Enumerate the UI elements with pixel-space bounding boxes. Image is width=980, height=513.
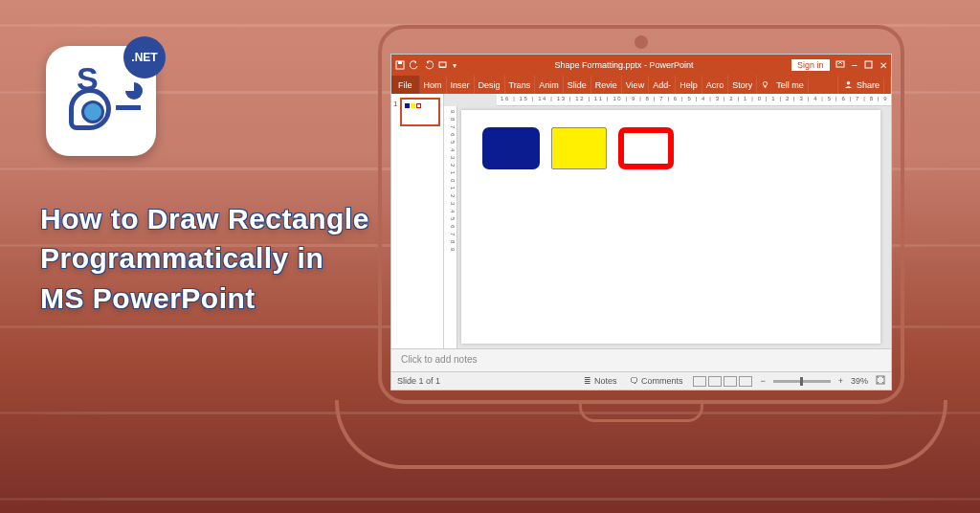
zoom-level[interactable]: 39% xyxy=(851,376,868,386)
webcam-icon xyxy=(635,35,648,49)
svg-rect-2 xyxy=(439,62,446,67)
normal-view-icon[interactable] xyxy=(693,376,706,387)
horizontal-ruler: 16 | 15 | 14 | 13 | 12 | 11 | 10 | 9 | 8… xyxy=(497,94,891,106)
rectangle-shape-blue[interactable] xyxy=(482,127,540,169)
start-from-beginning-icon[interactable] xyxy=(438,60,448,70)
product-logo: .NET S xyxy=(46,46,156,156)
article-title: How to Draw Rectangle Programmatically i… xyxy=(40,199,369,318)
slide-counter: Slide 1 of 1 xyxy=(397,376,440,386)
qat-more-icon[interactable]: ▾ xyxy=(453,61,457,70)
notes-toggle-button[interactable]: ≣ Notes xyxy=(581,375,619,387)
file-tab[interactable]: File xyxy=(391,76,420,94)
quick-access-toolbar: ▾ xyxy=(395,60,457,70)
minimize-icon[interactable]: − xyxy=(852,59,858,71)
work-area: 1 16 | 15 | 14 | 13 | 12 | 11 | 10 | 9 |… xyxy=(391,94,891,348)
rectangle-shape-yellow[interactable] xyxy=(551,127,607,169)
svg-point-6 xyxy=(764,81,768,85)
tab-review[interactable]: Revie xyxy=(591,76,622,94)
thumbnail-number: 1 xyxy=(393,100,397,108)
slide-canvas[interactable] xyxy=(461,110,880,344)
share-button[interactable]: Share xyxy=(838,76,891,94)
thumbnail-preview xyxy=(405,103,421,108)
tab-slideshow[interactable]: Slide xyxy=(564,76,591,94)
tab-help[interactable]: Help xyxy=(676,76,702,94)
comments-button[interactable]: 🗨 Comments xyxy=(627,375,685,387)
status-bar: Slide 1 of 1 ≣ Notes 🗨 Comments − + 39% xyxy=(391,371,891,390)
rectangle-shape-red-outline[interactable] xyxy=(618,127,674,169)
fit-to-window-icon[interactable] xyxy=(876,375,885,387)
tab-acrobat[interactable]: Acro xyxy=(702,76,729,94)
zoom-in-button[interactable]: + xyxy=(838,376,843,386)
tab-insert[interactable]: Inser xyxy=(447,76,475,94)
tab-view[interactable]: View xyxy=(622,76,649,94)
person-icon xyxy=(844,80,853,89)
laptop-trackpad-notch xyxy=(579,403,703,422)
ribbon-display-icon[interactable] xyxy=(835,59,845,71)
vertical-ruler: 9 8 7 6 5 4 3 2 1 0 1 2 3 4 5 6 7 8 9 xyxy=(444,106,457,348)
svg-point-8 xyxy=(847,81,851,85)
svg-rect-7 xyxy=(765,86,767,88)
tab-storyboard[interactable]: Story xyxy=(728,76,757,94)
notes-label: Notes xyxy=(594,376,617,386)
lightbulb-icon xyxy=(761,80,769,89)
view-buttons xyxy=(693,376,752,387)
reading-view-icon[interactable] xyxy=(724,376,737,387)
slide-thumbnail-panel: 1 xyxy=(391,94,444,348)
slide-canvas-zone: 16 | 15 | 14 | 13 | 12 | 11 | 10 | 9 | 8… xyxy=(444,94,891,348)
bg-wave xyxy=(0,498,980,501)
notes-pane[interactable]: Click to add notes xyxy=(391,348,891,371)
ribbon-tabs: File Hom Inser Desig Trans Anim Slide Re… xyxy=(391,76,891,94)
tell-me-label: Tell me xyxy=(772,78,809,93)
zoom-slider[interactable] xyxy=(773,380,831,383)
sign-in-button[interactable]: Sign in xyxy=(791,59,830,71)
slide-thumbnail[interactable]: 1 xyxy=(400,98,440,126)
tab-animations[interactable]: Anim xyxy=(535,76,564,94)
tell-me-search[interactable]: Tell me xyxy=(757,76,838,94)
zoom-out-button[interactable]: − xyxy=(760,376,765,386)
tab-design[interactable]: Desig xyxy=(475,76,505,94)
slideshow-view-icon[interactable] xyxy=(739,376,752,387)
svg-rect-1 xyxy=(398,61,402,64)
redo-icon[interactable] xyxy=(424,60,434,70)
tab-home[interactable]: Hom xyxy=(420,76,447,94)
sorter-view-icon[interactable] xyxy=(708,376,722,387)
document-title: Shape Formatting.pptx - PowerPoint xyxy=(462,60,786,70)
laptop-illustration: ▾ Shape Formatting.pptx - PowerPoint Sig… xyxy=(335,25,947,494)
maximize-icon[interactable] xyxy=(864,60,873,71)
close-icon[interactable]: ✕ xyxy=(880,60,887,71)
tab-transitions[interactable]: Trans xyxy=(505,76,536,94)
comments-label: Comments xyxy=(641,376,683,386)
title-bar: ▾ Shape Formatting.pptx - PowerPoint Sig… xyxy=(391,55,891,76)
undo-icon[interactable] xyxy=(410,60,419,70)
save-icon[interactable] xyxy=(395,60,405,70)
logo-glyph: S xyxy=(65,65,137,137)
share-label: Share xyxy=(853,78,884,93)
tab-addins[interactable]: Add- xyxy=(649,76,676,94)
powerpoint-window: ▾ Shape Formatting.pptx - PowerPoint Sig… xyxy=(390,54,892,390)
svg-rect-5 xyxy=(865,61,872,68)
svg-rect-3 xyxy=(439,67,446,68)
